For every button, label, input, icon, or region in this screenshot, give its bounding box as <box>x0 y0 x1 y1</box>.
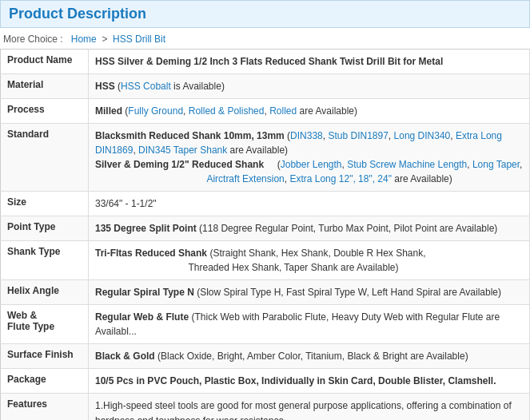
spec-value: 1.High-speed steel tools are good for mo… <box>89 394 530 421</box>
page-title: Product Description <box>9 6 521 22</box>
spec-label: Standard <box>1 124 89 192</box>
spec-value: Tri-Fltas Reduced Shank (Straight Shank,… <box>89 241 530 280</box>
spec-value: 135 Degree Split Point (118 Degree Regul… <box>89 216 530 241</box>
spec-label: Process <box>1 99 89 124</box>
table-row: Point Type135 Degree Split Point (118 De… <box>1 216 530 241</box>
spec-value: HSS (HSS Cobalt is Available) <box>89 74 530 99</box>
spec-label: Helix Angle <box>1 280 89 305</box>
spec-label: Product Name <box>1 50 89 74</box>
spec-label: Material <box>1 74 89 99</box>
table-row: Web &Flute TypeRegular Web & Flute (Thic… <box>1 305 530 344</box>
spec-label: Shank Type <box>1 241 89 280</box>
table-row: Package10/5 Pcs in PVC Pouch, Plastic Bo… <box>1 369 530 394</box>
breadcrumb-category[interactable]: HSS Drill Bit <box>113 34 165 45</box>
table-row: Size33/64" - 1-1/2" <box>1 192 530 216</box>
breadcrumb: More Choice : Home > HSS Drill Bit <box>0 31 530 49</box>
spec-label: Package <box>1 369 89 394</box>
spec-label: Point Type <box>1 216 89 241</box>
spec-value: 33/64" - 1-1/2" <box>89 192 530 216</box>
spec-value: Milled (Fully Ground, Rolled & Polished,… <box>89 99 530 124</box>
breadcrumb-prefix: More Choice : <box>3 34 63 45</box>
spec-value: 10/5 Pcs in PVC Pouch, Plastic Box, Indi… <box>89 369 530 394</box>
table-row: Helix AngleRegular Spiral Type N (Slow S… <box>1 280 530 305</box>
breadcrumb-separator: > <box>102 34 107 45</box>
spec-value: Black & Gold (Black Oxide, Bright, Amber… <box>89 344 530 369</box>
product-description-header: Product Description <box>0 0 530 28</box>
table-row: Surface FinishBlack & Gold (Black Oxide,… <box>1 344 530 369</box>
spec-table: Product NameHSS Silver & Deming 1/2 Inch… <box>0 49 530 420</box>
spec-label: Surface Finish <box>1 344 89 369</box>
spec-label: Web &Flute Type <box>1 305 89 344</box>
spec-value: Regular Web & Flute (Thick Web with Para… <box>89 305 530 344</box>
spec-value: HSS Silver & Deming 1/2 Inch 3 Flats Red… <box>89 50 530 74</box>
spec-label: Features <box>1 394 89 421</box>
breadcrumb-home[interactable]: Home <box>71 34 97 45</box>
spec-value: Regular Spiral Type N (Slow Spiral Type … <box>89 280 530 305</box>
table-row: MaterialHSS (HSS Cobalt is Available) <box>1 74 530 99</box>
spec-value: Blacksmith Reduced Shank 10mm, 13mm (DIN… <box>89 124 530 192</box>
table-row: Product NameHSS Silver & Deming 1/2 Inch… <box>1 50 530 74</box>
spec-label: Size <box>1 192 89 216</box>
table-row: Shank TypeTri-Fltas Reduced Shank (Strai… <box>1 241 530 280</box>
table-row: Features1.High-speed steel tools are goo… <box>1 394 530 421</box>
table-row: ProcessMilled (Fully Ground, Rolled & Po… <box>1 99 530 124</box>
table-row: StandardBlacksmith Reduced Shank 10mm, 1… <box>1 124 530 192</box>
